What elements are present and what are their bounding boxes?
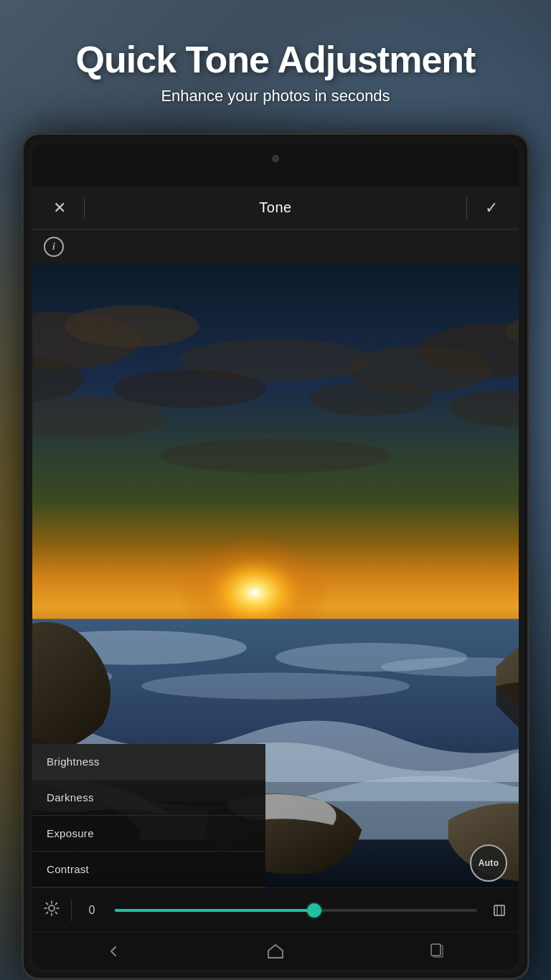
svg-rect-34	[431, 944, 441, 956]
svg-point-18	[141, 673, 410, 699]
main-title: Quick Tone Adjustment	[76, 38, 476, 81]
svg-point-20	[49, 905, 55, 911]
tablet-device: ✕ Tone ✓ i	[22, 133, 529, 980]
confirm-button[interactable]: ✓	[479, 195, 504, 221]
recent-apps-button[interactable]	[420, 937, 456, 966]
svg-line-25	[47, 903, 48, 905]
main-subtitle: Enhance your photos in seconds	[161, 87, 390, 105]
svg-line-27	[55, 903, 57, 905]
info-bar: i	[32, 230, 519, 264]
slider-divider-left	[71, 900, 72, 921]
navigation-bar	[32, 932, 519, 969]
photo-area: Brightness Darkness Exposure Contrast Au…	[32, 264, 519, 887]
app-content: ✕ Tone ✓ i	[32, 187, 519, 969]
brightness-item[interactable]: Brightness	[32, 744, 265, 780]
svg-line-28	[47, 912, 48, 913]
svg-marker-32	[268, 945, 283, 958]
tablet-screen: ✕ Tone ✓ i	[32, 143, 519, 969]
home-button[interactable]	[258, 937, 293, 966]
back-button[interactable]	[95, 937, 131, 966]
exposure-item[interactable]: Exposure	[32, 816, 265, 852]
svg-rect-29	[494, 905, 504, 915]
camera-dot	[272, 155, 279, 162]
slider-value: 0	[80, 904, 103, 917]
darkness-item[interactable]: Darkness	[32, 780, 265, 816]
slider-thumb[interactable]	[307, 903, 321, 918]
svg-point-10	[309, 381, 434, 415]
svg-point-3	[65, 305, 199, 347]
svg-line-26	[55, 912, 57, 913]
tone-slider[interactable]	[115, 909, 477, 912]
slider-fill	[115, 909, 314, 912]
bottom-control-bar: 0	[32, 887, 519, 932]
header: Quick Tone Adjustment Enhance your photo…	[0, 0, 551, 143]
info-icon[interactable]: i	[44, 237, 64, 257]
auto-button[interactable]: Auto	[470, 844, 507, 882]
close-button[interactable]: ✕	[47, 195, 72, 221]
svg-point-13	[161, 438, 391, 473]
brightness-icon	[41, 900, 62, 920]
top-bar-divider-left	[84, 197, 85, 219]
top-bar: ✕ Tone ✓	[32, 187, 519, 230]
adjustment-panel: Brightness Darkness Exposure Contrast	[32, 744, 265, 887]
top-bar-divider-right	[466, 197, 467, 219]
reset-button[interactable]	[489, 900, 510, 921]
bar-title: Tone	[96, 199, 455, 216]
contrast-item[interactable]: Contrast	[32, 852, 265, 887]
